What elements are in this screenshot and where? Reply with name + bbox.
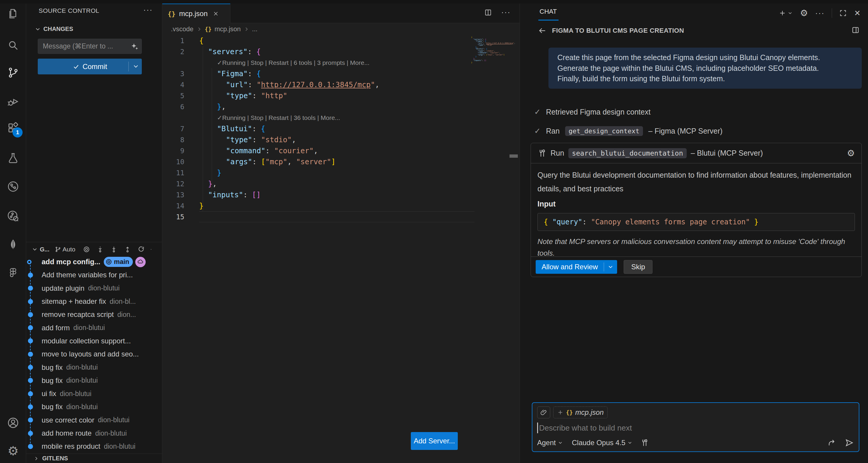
breadcrumb[interactable]: .vscode {} mcp.json ...	[171, 23, 257, 35]
code-line[interactable]: 4"url": "http://127.0.0.1:3845/mcp",	[162, 79, 520, 90]
skip-button[interactable]: Skip	[624, 260, 652, 274]
mongodb-icon[interactable]	[6, 238, 20, 251]
account-icon[interactable]	[6, 416, 20, 429]
commit-row[interactable]: add mcp config...main	[26, 255, 162, 268]
code-line[interactable]: 8"type": "stdio",	[162, 134, 520, 145]
commit-row[interactable]: bug fixdion-blutui	[26, 374, 162, 387]
fetch-icon[interactable]	[97, 246, 104, 253]
commit-row[interactable]: modular collection support...	[26, 335, 162, 348]
open-in-editor-icon[interactable]	[851, 26, 860, 34]
code-line[interactable]: 13"inputs": []	[162, 189, 520, 200]
editor-more-actions[interactable]: ···	[501, 8, 511, 17]
commit-button[interactable]: Commit	[38, 59, 142, 75]
commit-author: dion-blutui	[60, 390, 91, 398]
close-panel-icon[interactable]: ✕	[854, 9, 861, 18]
commit-row[interactable]: bug fixdion-blutui	[26, 360, 162, 374]
code-line[interactable]: 11}	[162, 167, 520, 178]
explorer-icon[interactable]	[6, 7, 20, 20]
refresh-icon[interactable]	[137, 246, 145, 253]
attach-context-button[interactable]	[537, 406, 550, 418]
pull-icon[interactable]	[110, 246, 117, 253]
changes-section-header[interactable]: CHANGES	[34, 26, 73, 32]
chat-input-placeholder[interactable]: Describe what to build next	[539, 424, 632, 433]
commit-row[interactable]: Add theme variables for pri...	[26, 268, 162, 282]
commit-row[interactable]: mobile res productdion-blutui	[26, 440, 162, 453]
code-line[interactable]: 6},	[162, 101, 520, 112]
testing-beaker-icon[interactable]	[6, 152, 20, 165]
user-message-line: Create this page from the selected Figma…	[557, 52, 853, 63]
code-line[interactable]: 10"args": ["mcp", "server"]	[162, 156, 520, 167]
graph-section-divider	[26, 242, 162, 242]
allow-and-review-button[interactable]: Allow and Review	[536, 260, 617, 274]
code-line[interactable]: 14}	[162, 200, 520, 211]
commit-row[interactable]: remove recaptca scriptdion...	[26, 308, 162, 321]
agent-mode-label: Agent	[537, 439, 556, 447]
code-line[interactable]: 2"servers": {	[162, 46, 520, 57]
code-line[interactable]: 5"type": "http"	[162, 90, 520, 101]
commit-message-input[interactable]	[38, 39, 142, 54]
branch-badge-label: main	[114, 258, 129, 266]
chat-more-actions[interactable]: ···	[815, 9, 825, 18]
commit-row[interactable]: use correct colordion-blutui	[26, 414, 162, 427]
tool-description: Query the Blutui development documentati…	[537, 168, 855, 196]
codelens[interactable]: ✓Running | Stop | Restart | 36 tools | M…	[162, 112, 520, 123]
commit-row[interactable]: move to layouts and add seo...	[26, 348, 162, 360]
tab-close-icon[interactable]	[213, 10, 219, 17]
split-editor-icon[interactable]	[484, 8, 492, 17]
add-server-button[interactable]: Add Server...	[411, 432, 458, 450]
agent-mode-dropdown[interactable]: Agent	[537, 439, 563, 447]
attached-file-chip[interactable]: {} mcp.json	[553, 406, 608, 418]
push-icon[interactable]	[124, 246, 131, 253]
run-debug-icon[interactable]	[6, 95, 20, 108]
graph-section-header[interactable]: G... Auto ·	[26, 243, 162, 255]
target-icon[interactable]	[83, 246, 90, 253]
codelens[interactable]: ✓Running | Stop | Restart | 6 tools | 3 …	[162, 57, 520, 68]
source-control-icon[interactable]	[6, 66, 20, 79]
chat-settings-gear-icon[interactable]: ⚙	[800, 9, 808, 18]
figma-icon[interactable]	[6, 266, 20, 279]
chat-title-row: FIGMA TO BLUTUI CMS PAGE CREATION	[520, 23, 868, 39]
code-line[interactable]: 12},	[162, 178, 520, 189]
graph-repo-selector[interactable]: Auto	[55, 246, 75, 253]
commit-row[interactable]: add formdion-blutui	[26, 321, 162, 335]
branch-badge[interactable]: main	[104, 257, 132, 267]
minimap[interactable]: { "servers": { "Figma": { "url": "http:/…	[471, 36, 507, 63]
commit-row[interactable]: ui fixdion-blutui	[26, 387, 162, 400]
send-icon[interactable]	[844, 438, 854, 447]
allow-dropdown-chevron[interactable]	[604, 264, 617, 270]
commit-row[interactable]: bug fixdion-blutui	[26, 400, 162, 413]
commit-message: update plugin	[42, 284, 85, 292]
commit-dropdown-chevron[interactable]	[132, 63, 140, 70]
back-arrow-icon[interactable]	[538, 26, 547, 35]
commit-row[interactable]: sitemap + header fixdion-bl...	[26, 295, 162, 308]
tab-mcp-json[interactable]: {} mcp.json	[162, 4, 230, 23]
maximize-icon[interactable]	[839, 9, 847, 17]
tool-input-code[interactable]: { "query": "Canopy elements forms page c…	[537, 213, 855, 231]
tools-picker-icon[interactable]	[640, 439, 649, 447]
gitlens-icon[interactable]	[6, 209, 20, 223]
code-line[interactable]: 7"Blutui": {	[162, 123, 520, 134]
code-line[interactable]: 3"Figma": {	[162, 68, 520, 79]
tool-step-completed[interactable]: ✓ Retrieved Figma design context	[534, 105, 861, 119]
commit-message: use correct color	[42, 416, 94, 424]
chat-tab[interactable]: CHAT	[539, 8, 557, 16]
forward-arrow-icon[interactable]	[827, 438, 836, 447]
chat-input-box[interactable]: {} mcp.json Describe what to build next …	[532, 402, 859, 452]
commit-row[interactable]: update plugindion-blutui	[26, 282, 162, 295]
new-chat-button[interactable]	[778, 9, 793, 17]
gitlens-section-header[interactable]: GITLENS	[26, 454, 162, 463]
git-graph-icon[interactable]	[6, 180, 20, 193]
settings-gear-icon[interactable]: ⚙	[6, 444, 20, 458]
sidebar-more-actions[interactable]: ···	[143, 5, 153, 15]
code-line[interactable]: 1{	[162, 35, 520, 46]
tool-settings-gear-icon[interactable]: ⚙	[847, 149, 855, 158]
code-area[interactable]: 1{2"servers": {✓Running | Stop | Restart…	[162, 35, 520, 222]
code-line[interactable]: 15	[162, 211, 520, 222]
model-dropdown[interactable]: Claude Opus 4.5	[572, 439, 632, 447]
search-icon[interactable]	[6, 39, 20, 52]
commit-dot	[28, 444, 33, 449]
tool-step-completed[interactable]: ✓ Ran get_design_context – Figma (MCP Se…	[534, 124, 861, 138]
code-line[interactable]: 9"command": "courier",	[162, 145, 520, 156]
commit-row[interactable]: add home routedion-blutui	[26, 427, 162, 440]
sparkle-ai-icon[interactable]	[130, 42, 139, 51]
